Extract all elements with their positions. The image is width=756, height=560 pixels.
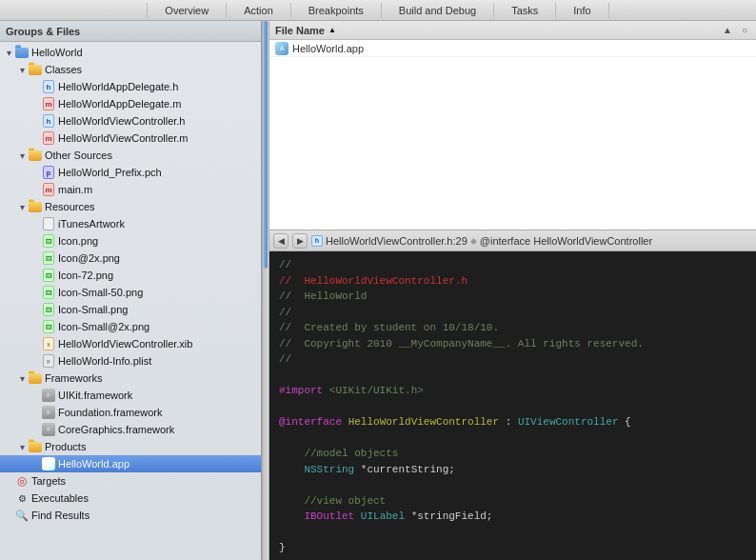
right-panel: File Name ▲ ▲ ○ AHelloWorld.app ◀ ▶ h He… — [269, 21, 756, 560]
png-icon: 🖼 — [42, 269, 55, 282]
tree-label-classes-group: Classes — [45, 64, 82, 75]
file-name-column-header: File Name — [275, 25, 325, 36]
file-list-content[interactable]: AHelloWorld.app — [269, 40, 756, 230]
expand-triangle-products[interactable] — [17, 442, 27, 451]
code-area: ◀ ▶ h HelloWorldViewController.h:29 ◆ @i… — [269, 230, 756, 560]
code-line: // — [279, 351, 746, 368]
framework-icon: F — [42, 389, 55, 402]
tree-item-icon-2x-png[interactable]: 🖼Icon@2x.png — [0, 250, 261, 267]
tree-item-viewcontroller-m[interactable]: mHelloWorldViewController.m — [0, 130, 261, 147]
file-icon — [42, 217, 55, 230]
scrollbar-divider[interactable] — [262, 21, 269, 560]
tree-label-viewcontroller-h: HelloWorldViewController.h — [58, 115, 186, 127]
scrollbar-thumb[interactable] — [264, 21, 268, 269]
xib-icon: x — [42, 337, 55, 350]
tree-item-foundation-fw[interactable]: FFoundation.framework — [0, 404, 261, 421]
find-icon: 🔍 — [15, 509, 29, 522]
expand-triangle-frameworks[interactable] — [17, 373, 27, 383]
code-line: IBOutlet UILabel *stringField; — [279, 509, 746, 525]
tree-item-icon-small-50-png[interactable]: 🖼Icon-Small-50.png — [0, 284, 261, 301]
expand-triangle-resources[interactable] — [17, 202, 27, 211]
tree-item-mainwindow-xib[interactable]: xHelloWorldViewController.xib — [0, 335, 261, 352]
m-icon: m — [42, 97, 55, 110]
tree-item-uikit-fw[interactable]: FUIKit.framework — [0, 387, 261, 404]
png-icon: 🖼 — [42, 251, 55, 265]
tree-label-appdelegate-h: HelloWorldAppDelegate.h — [58, 81, 178, 92]
code-line: // HelloWorldViewController.h — [279, 273, 746, 290]
tree-label-resources: Resources — [45, 201, 95, 212]
tree-item-viewcontroller-h[interactable]: hHelloWorldViewController.h — [0, 112, 261, 130]
m-icon: m — [42, 131, 55, 145]
tab-tasks[interactable]: Tasks — [494, 3, 556, 18]
code-line: // — [279, 305, 746, 321]
file-tree[interactable]: HelloWorldClasseshHelloWorldAppDelegate.… — [0, 42, 261, 560]
tree-label-targets: Targets — [31, 475, 66, 487]
file-type-icon: A — [275, 42, 288, 55]
tree-label-coregraphics-fw: CoreGraphics.framework — [58, 424, 174, 435]
folder-blue-icon — [15, 46, 29, 59]
left-panel-title: Groups & Files — [6, 26, 80, 37]
file-row-name: HelloWorld.app — [292, 43, 364, 54]
tree-item-find-results[interactable]: 🔍Find Results — [0, 507, 261, 524]
code-line — [279, 368, 746, 384]
tree-item-icon-png[interactable]: 🖼Icon.png — [0, 232, 261, 250]
tree-label-helloworld-root: HelloWorld — [31, 47, 83, 58]
tree-label-uikit-fw: UIKit.framework — [58, 390, 132, 401]
tree-item-itunes-artwork[interactable]: iTunesArtwork — [0, 215, 261, 232]
breadcrumb-class[interactable]: @interface HelloWorldViewController — [480, 235, 652, 247]
tree-item-main-m[interactable]: mmain.m — [0, 181, 261, 198]
tab-build-debug[interactable]: Build and Debug — [382, 3, 494, 18]
code-line — [279, 525, 746, 541]
tree-item-prefix-pch[interactable]: pHelloWorld_Prefix.pch — [0, 164, 261, 181]
m-icon: m — [42, 183, 55, 196]
pch-icon: p — [42, 166, 55, 179]
back-button[interactable]: ◀ — [273, 233, 288, 249]
tree-item-targets[interactable]: ◎Targets — [0, 472, 261, 490]
expand-btn[interactable]: ○ — [739, 24, 750, 36]
tree-item-executables[interactable]: ⚙Executables — [0, 490, 261, 507]
tree-item-icon-72-png[interactable]: 🖼Icon-72.png — [0, 267, 261, 284]
tree-item-helloworld-root[interactable]: HelloWorld — [0, 44, 261, 61]
target-icon: ◎ — [15, 474, 29, 488]
tree-label-helloworld-app: HelloWorld.app — [58, 458, 129, 470]
tree-item-icon-small-png[interactable]: 🖼Icon-Small.png — [0, 301, 261, 318]
tree-item-classes-group[interactable]: Classes — [0, 61, 261, 78]
expand-triangle-other-sources[interactable] — [17, 150, 27, 160]
tab-breakpoints[interactable]: Breakpoints — [291, 3, 382, 18]
tree-label-mainwindow-xib: HelloWorldViewController.xib — [58, 338, 192, 350]
expand-triangle-classes-group[interactable] — [17, 65, 27, 74]
expand-triangle-helloworld-root[interactable] — [4, 48, 13, 57]
tab-info[interactable]: Info — [556, 3, 608, 18]
code-line: //view object — [279, 493, 746, 510]
tree-item-coregraphics-fw[interactable]: FCoreGraphics.framework — [0, 421, 261, 438]
folder-icon — [29, 371, 42, 385]
tree-item-frameworks[interactable]: Frameworks — [0, 370, 261, 387]
app-icon: A — [42, 457, 55, 470]
code-content[interactable]: //// HelloWorldViewController.h// HelloW… — [269, 251, 756, 560]
tree-item-appdelegate-m[interactable]: mHelloWorldAppDelegate.m — [0, 95, 261, 112]
tree-item-icon-small-2x-png[interactable]: 🖼Icon-Small@2x.png — [0, 318, 261, 335]
tree-item-resources[interactable]: Resources — [0, 198, 261, 215]
tree-item-info-plist[interactable]: pHelloWorld-Info.plist — [0, 352, 261, 370]
tree-label-info-plist: HelloWorld-Info.plist — [58, 355, 151, 367]
tree-item-other-sources[interactable]: Other Sources — [0, 147, 261, 164]
forward-button[interactable]: ▶ — [292, 233, 308, 249]
code-line: // Created by student on 10/18/10. — [279, 320, 746, 336]
file-row[interactable]: AHelloWorld.app — [269, 40, 756, 57]
plist-icon: p — [42, 354, 55, 368]
code-line: //model objects — [279, 446, 746, 462]
sort-indicator: ▲ — [328, 26, 336, 34]
tab-overview[interactable]: Overview — [147, 3, 227, 18]
tree-item-products[interactable]: Products — [0, 438, 261, 455]
folder-icon — [29, 440, 42, 453]
tab-action[interactable]: Action — [227, 3, 291, 18]
collapse-btn[interactable]: ▲ — [720, 24, 735, 36]
exec-icon: ⚙ — [15, 491, 29, 505]
breadcrumb-filename[interactable]: HelloWorldViewController.h:29 — [326, 235, 468, 247]
tree-label-icon-72-png: Icon-72.png — [58, 270, 113, 281]
tree-item-helloworld-app[interactable]: AHelloWorld.app — [0, 455, 261, 472]
png-icon: 🖼 — [42, 303, 55, 316]
png-icon: 🖼 — [42, 286, 55, 299]
tree-item-appdelegate-h[interactable]: hHelloWorldAppDelegate.h — [0, 78, 261, 95]
tree-label-appdelegate-m: HelloWorldAppDelegate.m — [58, 98, 181, 110]
